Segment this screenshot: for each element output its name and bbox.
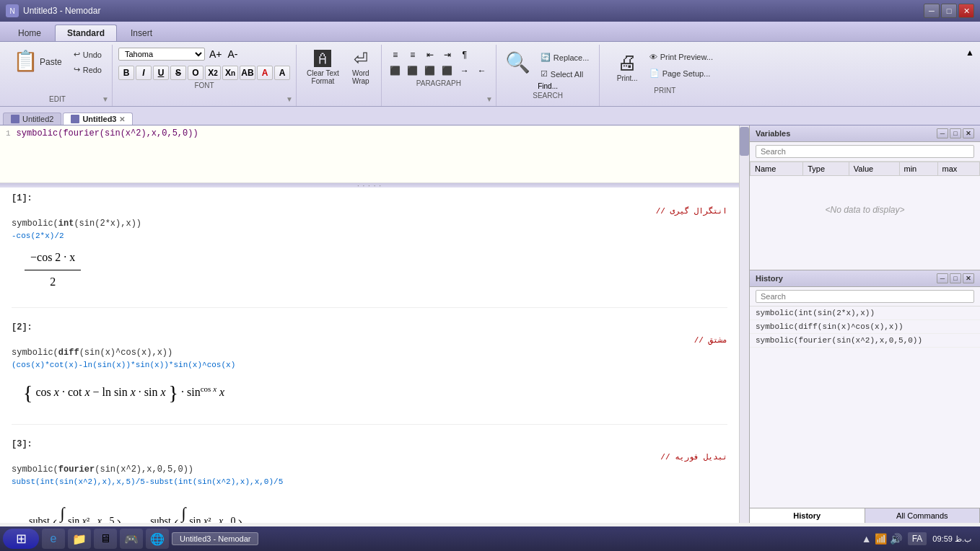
show-para-button[interactable]: ¶ xyxy=(457,48,473,62)
start-icon: ⊞ xyxy=(16,531,27,547)
tab-insert[interactable]: Insert xyxy=(118,25,165,41)
font-size-decrease[interactable]: A- xyxy=(227,48,240,60)
font-size-increase[interactable]: A+ xyxy=(208,48,224,60)
rtl-button[interactable]: ← xyxy=(474,63,490,78)
italic-button[interactable]: I xyxy=(136,66,152,80)
font-collapse[interactable]: ▼ xyxy=(286,95,293,103)
clear-text-format-button[interactable]: 🅰 Clear TextFormat xyxy=(302,48,344,88)
collapse-ribbon[interactable]: ▲ xyxy=(963,45,977,106)
font-color-button[interactable]: A xyxy=(257,66,273,80)
font-select[interactable]: Tahoma xyxy=(118,48,205,61)
find-label: Find... xyxy=(502,82,594,90)
output-label-3: [3]: xyxy=(12,439,727,449)
taskbar-ie[interactable]: e xyxy=(42,529,65,549)
code-content[interactable]: symbolic(fourier(sin(x^2),x,0,5,0)) xyxy=(17,128,198,138)
page-setup-button[interactable]: 📄 Page Setup... xyxy=(645,66,717,80)
case-button[interactable]: AB xyxy=(240,66,255,80)
align-left-button[interactable]: ⬛ xyxy=(388,63,403,78)
output-code-3: symbolic(fourier(sin(x^2),x,0,5,0)) xyxy=(12,464,727,475)
app1-icon: 🖥 xyxy=(100,532,111,545)
variables-maximize[interactable]: □ xyxy=(950,128,961,138)
redo-label: Redo xyxy=(83,66,102,74)
bold-button[interactable]: B xyxy=(118,66,134,80)
variables-close[interactable]: ✕ xyxy=(963,128,974,138)
start-button[interactable]: ⊞ xyxy=(3,529,39,549)
highlight-button[interactable]: A xyxy=(274,66,290,80)
strikethrough-button[interactable]: S xyxy=(170,66,186,80)
history-close[interactable]: ✕ xyxy=(963,273,974,283)
paste-button[interactable]: 📋 Paste xyxy=(9,48,66,76)
col-value: Value xyxy=(849,162,899,176)
edit-collapse[interactable]: ▼ xyxy=(102,95,109,103)
indent-less-button[interactable]: ⇤ xyxy=(422,48,438,62)
list-ordered-button[interactable]: ≡ xyxy=(405,48,421,62)
paste-icon: 📋 xyxy=(13,51,38,71)
output-code-2: symbolic(diff(sin(x)^cos(x),x)) xyxy=(12,348,727,358)
editor-scrollbar[interactable] xyxy=(739,125,749,523)
output-comment-2: مشتق // xyxy=(12,335,727,345)
taskbar-app3[interactable]: 🌐 xyxy=(146,529,169,549)
print-label: Print... xyxy=(617,74,638,82)
doc-tab-untitled3[interactable]: Untitled3 ✕ xyxy=(63,113,133,125)
minimize-button[interactable]: ─ xyxy=(924,4,940,18)
tab-standard[interactable]: Standard xyxy=(55,25,117,41)
history-minimize[interactable]: ─ xyxy=(937,273,948,283)
taskbar-app1[interactable]: 🖥 xyxy=(94,529,117,549)
variables-minimize[interactable]: ─ xyxy=(937,128,948,138)
history-item-0[interactable]: symbolic(int(sin(2*x),x)) xyxy=(750,307,980,320)
history-panel-header: History ─ □ ✕ xyxy=(750,270,980,287)
replace-icon: 🔄 xyxy=(541,53,551,62)
output-result-text-1: -cos(2*x)/2 xyxy=(12,232,727,240)
taskbar-app2[interactable]: 🎮 xyxy=(120,529,143,549)
find-replace-button[interactable]: 🔍 xyxy=(502,48,533,77)
taskbar: ⊞ e 📁 🖥 🎮 🌐 Untitled3 - Nemodar ▲ 📶 🔊 FA… xyxy=(0,526,980,551)
word-wrap-button[interactable]: ⏎ WordWrap xyxy=(346,48,375,88)
title-text: Untitled3 - Nemodar xyxy=(23,6,100,16)
redo-button[interactable]: ↪ Redo xyxy=(69,63,106,76)
print-preview-button[interactable]: 👁 Print Preview... xyxy=(645,50,717,63)
col-max: max xyxy=(937,162,979,176)
outline-button[interactable]: O xyxy=(188,66,204,80)
scroll-thumb[interactable] xyxy=(740,127,749,156)
taskbar-active-window[interactable]: Untitled3 - Nemodar xyxy=(172,532,258,545)
history-tab-history[interactable]: History xyxy=(750,508,865,523)
align-right-button[interactable]: ⬛ xyxy=(422,63,438,78)
language-indicator[interactable]: FA xyxy=(908,532,927,545)
list-unordered-button[interactable]: ≡ xyxy=(388,48,403,62)
taskbar-explorer[interactable]: 📁 xyxy=(68,529,91,549)
undo-button[interactable]: ↩ Undo xyxy=(69,48,106,61)
underline-button[interactable]: U xyxy=(153,66,169,80)
history-tab-all-commands[interactable]: All Commands xyxy=(865,508,981,523)
variables-search-input[interactable] xyxy=(756,145,974,158)
replace-button[interactable]: 🔄 Replace... xyxy=(536,50,594,64)
ltr-button[interactable]: → xyxy=(457,63,473,78)
tab-home[interactable]: Home xyxy=(6,25,53,41)
variables-panel-controls[interactable]: ─ □ ✕ xyxy=(937,128,974,138)
print-preview-icon: 👁 xyxy=(649,53,657,61)
output-area[interactable]: [1]: انتگرال گیری // symbolic(int(sin(2*… xyxy=(0,188,739,523)
replace-label: Replace... xyxy=(554,53,590,62)
print-button[interactable]: 🖨 Print... xyxy=(613,48,642,85)
close-button[interactable]: ✕ xyxy=(958,4,974,18)
indent-more-button[interactable]: ⇥ xyxy=(439,48,455,62)
paragraph-collapse[interactable]: ▼ xyxy=(486,95,493,103)
history-item-2[interactable]: symbolic(fourier(sin(x^2),x,0,5,0)) xyxy=(750,334,980,348)
history-search-input[interactable] xyxy=(756,290,974,303)
output-block-3: [3]: تبدیل فوریه // symbolic(fourier(sin… xyxy=(12,439,727,523)
select-all-button[interactable]: ☑ Select All xyxy=(536,67,594,81)
subscript-button[interactable]: X2 xyxy=(205,66,221,80)
title-bar-controls[interactable]: ─ □ ✕ xyxy=(924,4,974,18)
doc-tab-untitled2[interactable]: Untitled2 xyxy=(3,113,61,125)
history-item-1[interactable]: symbolic(diff(sin(x)^cos(x),x)) xyxy=(750,320,980,334)
superscript-button[interactable]: Xn xyxy=(222,66,238,80)
history-maximize[interactable]: □ xyxy=(950,273,961,283)
code-editor[interactable]: 1symbolic(fourier(sin(x^2),x,0,5,0)) xyxy=(0,125,739,183)
history-panel-controls[interactable]: ─ □ ✕ xyxy=(937,273,974,283)
title-bar-left: N Untitled3 - Nemodar xyxy=(6,4,100,17)
doc-icon-2 xyxy=(11,115,19,123)
page-setup-icon: 📄 xyxy=(649,69,660,78)
align-center-button[interactable]: ⬛ xyxy=(405,63,421,78)
align-justify-button[interactable]: ⬛ xyxy=(439,63,455,78)
maximize-button[interactable]: □ xyxy=(941,4,957,18)
doc-tab-close-3[interactable]: ✕ xyxy=(119,115,125,123)
